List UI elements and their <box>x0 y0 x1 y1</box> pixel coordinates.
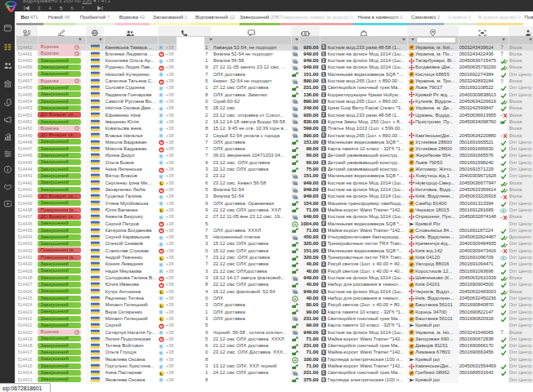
svg-text:c: c <box>24 30 25 33</box>
